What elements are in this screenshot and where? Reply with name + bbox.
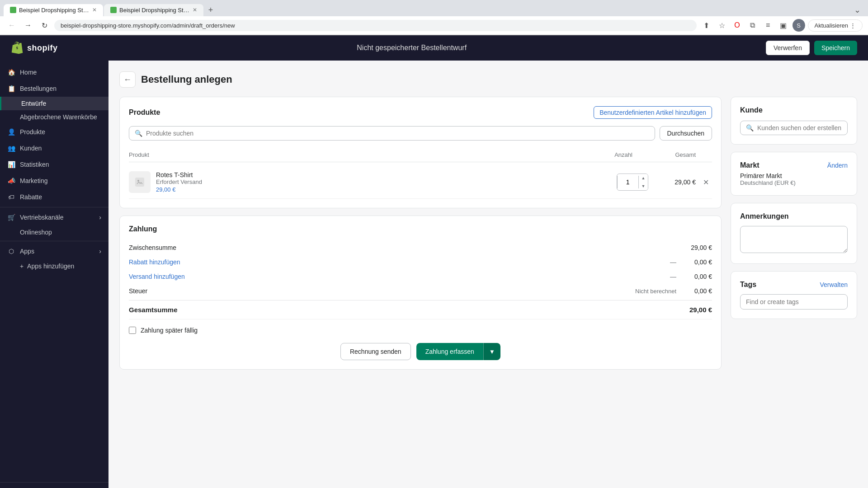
anmerkungen-card: Anmerkungen xyxy=(731,203,857,264)
reload-button[interactable]: ↻ xyxy=(38,19,51,32)
new-tab-button[interactable]: + xyxy=(204,4,217,16)
page-title: Bestellung anlegen xyxy=(141,74,232,85)
sidebar-bestellungen-label: Bestellungen xyxy=(20,85,57,92)
discounts-icon: 🏷 xyxy=(7,193,15,201)
zahlung-dropdown-icon: ▼ xyxy=(489,348,495,355)
sidebar-item-home[interactable]: 🏠 Home xyxy=(0,64,108,80)
remove-product-button[interactable]: ✕ xyxy=(699,178,712,187)
kunde-card: Kunde 🔍 xyxy=(731,97,857,145)
tags-input[interactable] xyxy=(740,294,848,310)
add-discount-link[interactable]: Rabatt hinzufügen xyxy=(129,258,180,266)
update-chevron-icon: ⋮ xyxy=(850,22,856,29)
bookmark-icon[interactable]: ☆ xyxy=(716,19,728,32)
markt-row: Markt Ändern xyxy=(740,161,848,169)
product-sub: Erfordert Versand xyxy=(156,178,614,185)
product-search-input[interactable] xyxy=(146,130,649,137)
steuer-value: 0,00 € xyxy=(694,287,712,295)
quantity-down-button[interactable]: ▼ xyxy=(639,182,648,190)
anmerkungen-textarea[interactable] xyxy=(740,226,848,253)
svg-rect-0 xyxy=(135,178,144,187)
gesamtsumme-label: Gesamtsumme xyxy=(129,306,178,314)
search-icon: 🔍 xyxy=(135,130,142,137)
shopify-logo: shopify xyxy=(11,42,58,54)
versand-dash: — xyxy=(670,273,676,280)
sidebar-apps[interactable]: ⬡ Apps › xyxy=(0,243,108,259)
kunde-search-input[interactable] xyxy=(757,124,842,131)
table-row: Rotes T-Shirt Erfordert Versand 29,00 € … xyxy=(129,166,712,199)
page-header: ← Bestellung anlegen xyxy=(119,71,857,88)
tab-favicon-1 xyxy=(10,7,16,13)
anmerkungen-title: Anmerkungen xyxy=(740,212,848,221)
tab-close-1[interactable]: ✕ xyxy=(92,7,97,13)
shopify-logo-svg xyxy=(11,42,24,54)
speichern-button[interactable]: Speichern xyxy=(814,41,857,55)
extensions-icon[interactable]: ⧉ xyxy=(746,19,759,32)
steuer-note: Nicht berechnet xyxy=(635,288,676,295)
back-button[interactable]: ← xyxy=(119,71,136,88)
sidebar-sub-item-abgebrochene[interactable]: Abgebrochene Warenkörbe xyxy=(0,110,108,124)
browser-avatar[interactable]: S xyxy=(793,19,805,32)
toolbar-actions: ⬆ ☆ O ⧉ ≡ ▣ S Aktualisieren ⋮ xyxy=(700,19,863,32)
sidebar-divider-3 xyxy=(0,482,108,483)
menu-icon-1[interactable]: ≡ xyxy=(762,19,774,32)
sidebar-vertriebskanaele[interactable]: 🛒 Vertriebskanäle › xyxy=(0,209,108,225)
share-icon[interactable]: ⬆ xyxy=(700,19,713,32)
sidebar-sub-item-onlineshop[interactable]: Onlineshop xyxy=(0,225,108,239)
tab-close-2[interactable]: ✕ xyxy=(193,7,197,13)
sidebar-item-produkte[interactable]: 👤 Produkte xyxy=(0,124,108,140)
browser-update-button[interactable]: Aktualisieren ⋮ xyxy=(808,19,863,32)
browser-tab-1[interactable]: Beispiel Dropshipping Store · E... ✕ xyxy=(4,4,103,16)
orders-icon: 📋 xyxy=(7,84,15,93)
table-header: Produkt Anzahl Gesamt xyxy=(129,148,712,162)
kunde-title: Kunde xyxy=(740,106,848,114)
zahlung-erfassen-wrap: Zahlung erfassen ▼ xyxy=(416,343,500,360)
rechnung-senden-button[interactable]: Rechnung senden xyxy=(340,343,411,360)
sidebar-toggle-icon[interactable]: ▣ xyxy=(777,19,790,32)
sidebar-vertriebskanaele-label: Vertriebskanäle xyxy=(20,214,64,221)
quantity-field[interactable] xyxy=(617,176,639,188)
rabatt-value: 0,00 € xyxy=(694,258,712,266)
sidebar-sub-item-entwurfe[interactable]: Entwürfe xyxy=(0,97,108,110)
zwischensumme-value: 29,00 € xyxy=(691,244,712,251)
zahlung-erfassen-button[interactable]: Zahlung erfassen xyxy=(416,343,483,360)
col-gesamt-header: Gesamt xyxy=(651,151,696,158)
markt-name: Primärer Markt xyxy=(740,172,848,179)
markt-aendern-link[interactable]: Ändern xyxy=(827,162,848,169)
browser-tab-2[interactable]: Beispiel Dropshipping Store ✕ xyxy=(104,4,203,16)
tags-verwalten-link[interactable]: Verwalten xyxy=(820,281,848,288)
tab-list-button[interactable]: ⌄ xyxy=(854,5,864,15)
verwerfen-button[interactable]: Verwerfen xyxy=(766,41,810,55)
zahlung-title: Zahlung xyxy=(129,225,712,233)
sidebar-produkte-label: Produkte xyxy=(20,128,45,136)
kunde-search-wrap: 🔍 xyxy=(740,121,848,135)
plus-icon: + xyxy=(20,263,24,270)
opera-icon[interactable]: O xyxy=(731,19,744,32)
sidebar-sub-item-apps-hinzufuegen[interactable]: + Apps hinzufügen xyxy=(0,259,108,273)
browse-button[interactable]: Durchsuchen xyxy=(660,126,712,141)
sidebar-item-rabatte[interactable]: 🏷 Rabatte xyxy=(0,189,108,205)
address-bar[interactable] xyxy=(54,20,697,31)
add-custom-item-button[interactable]: Benutzerdefinierten Artikel hinzufügen xyxy=(594,106,712,119)
sidebar-item-marketing[interactable]: 📣 Marketing xyxy=(0,173,108,189)
stats-icon: 📊 xyxy=(7,160,15,169)
zahlung-erfassen-arrow-button[interactable]: ▼ xyxy=(483,343,500,360)
sidebar-divider-1 xyxy=(0,207,108,207)
svg-point-1 xyxy=(137,180,139,182)
sidebar-item-kunden[interactable]: 👥 Kunden xyxy=(0,140,108,156)
col-produkt-header: Produkt xyxy=(129,151,596,158)
product-search-wrap[interactable]: 🔍 xyxy=(129,126,655,141)
sidebar-item-einstellungen[interactable]: ⚙ Einstellungen xyxy=(0,484,108,488)
rabatt-row: Rabatt hinzufügen — 0,00 € xyxy=(129,255,712,269)
zwischensumme-row: Zwischensumme 29,00 € xyxy=(129,240,712,255)
zahlung-spaeter-checkbox[interactable] xyxy=(129,327,136,334)
produkte-title: Produkte xyxy=(129,108,160,117)
quantity-up-button[interactable]: ▲ xyxy=(639,174,648,182)
forward-nav-button[interactable]: → xyxy=(22,19,34,32)
sidebar-item-bestellungen[interactable]: 📋 Bestellungen xyxy=(0,80,108,97)
versand-value: 0,00 € xyxy=(694,273,712,280)
add-shipping-link[interactable]: Versand hinzufügen xyxy=(129,273,185,280)
steuer-row: Steuer Nicht berechnet 0,00 € xyxy=(129,284,712,298)
sidebar-item-statistiken[interactable]: 📊 Statistiken xyxy=(0,156,108,173)
app-wrapper: 🏠 Home 📋 Bestellungen Entwürfe Abgebroch… xyxy=(0,61,868,488)
back-nav-button[interactable]: ← xyxy=(5,19,18,32)
